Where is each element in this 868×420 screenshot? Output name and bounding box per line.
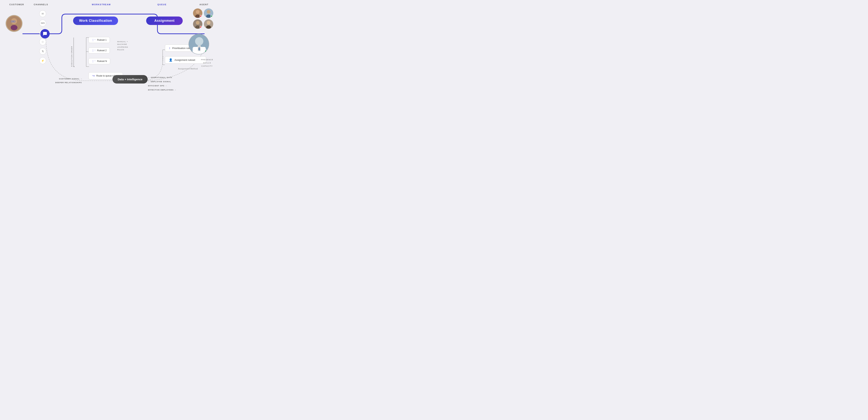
work-classification-pill[interactable]: Work Classification xyxy=(73,17,118,25)
agent-avatar-4 xyxy=(204,19,213,29)
ruleset-2-label: Ruleset 2 xyxy=(97,49,106,52)
execution-order-label: Execution order xyxy=(71,38,73,66)
svg-point-16 xyxy=(196,10,199,14)
main-agent-avatar xyxy=(188,34,209,54)
ruleset-1-label: Ruleset 1 xyxy=(97,39,106,41)
svg-point-19 xyxy=(207,10,211,14)
workstream-header-label: WORKSTREAM xyxy=(92,3,111,6)
operational-data-label: ← OPERATIONAL DATA xyxy=(148,77,172,79)
ruleset-n-icon: ⋮⁻ xyxy=(92,60,96,63)
messenger-channel-icon[interactable]: ⚡ xyxy=(39,57,46,64)
customer-signal-label: CUSTOMER SIGNAL → xyxy=(59,78,83,80)
chat-bubble-icon xyxy=(40,29,50,38)
ruleset-1-icon: ⋮⁻ xyxy=(92,38,96,41)
employee-signal-label: ← EMPLOYEE SIGNAL xyxy=(148,81,171,83)
svg-point-14 xyxy=(11,25,18,30)
customer-avatar xyxy=(6,15,23,32)
agent-avatar-1 xyxy=(193,8,203,18)
effective-employees-label: EFFECTIVE EMPLOYEES → xyxy=(148,89,176,91)
ruleset-n-label: Ruleset N xyxy=(97,60,107,62)
twitter-channel-icon[interactable]: 𝕏 xyxy=(39,48,46,55)
agent-avatar-3 xyxy=(193,19,203,29)
channels-header-label: CHANNELS xyxy=(34,3,48,6)
assignment-ruleset-label: Assignment ruleset xyxy=(175,59,195,61)
ruleset-1-box[interactable]: ⋮⁻ Ruleset 1 xyxy=(88,37,110,43)
diagram-container: CUSTOMER CHANNELS WORKSTREAM QUEUE AGENT… xyxy=(0,0,217,105)
route-icon: ↪ xyxy=(92,74,95,78)
assignment-icon: 👤 xyxy=(169,58,173,62)
svg-point-25 xyxy=(207,21,211,25)
capacity-label: CAPACITY xyxy=(201,64,213,68)
deeper-relationships-label: DEEPER RELATIONSHIPS xyxy=(55,82,82,84)
efficient-ops-label: EFFICIENT OPS → xyxy=(148,85,167,87)
queue-header-label: QUEUE xyxy=(157,3,166,6)
sms-channel-icon[interactable]: SMS xyxy=(39,20,46,26)
svg-point-10 xyxy=(11,18,17,24)
agent-3-status xyxy=(199,26,202,28)
svg-point-22 xyxy=(196,21,199,25)
assignment-method-label: Assignment Method xyxy=(178,67,198,70)
prioritisation-icon: ↕ xyxy=(169,46,170,50)
svg-point-28 xyxy=(195,37,203,46)
agent-avatars-grid xyxy=(193,8,213,29)
ruleset-2-box[interactable]: ⋮⁻ Ruleset 2 xyxy=(88,48,110,54)
social-channel-icon[interactable]: ⬡ xyxy=(39,38,46,45)
ruleset-n-box[interactable]: ⋮⁻ Ruleset N xyxy=(88,58,110,64)
skills-label: SKILLS xyxy=(201,61,213,64)
agent-header-label: AGENT xyxy=(199,3,209,6)
email-channel-icon[interactable]: ✉ xyxy=(39,10,46,17)
customer-header-label: CUSTOMER xyxy=(9,3,24,6)
ruleset-2-icon: ⋮⁻ xyxy=(92,49,96,52)
ml-rules-label: MANUAL + MACHINE LEARNING RULES xyxy=(117,40,128,51)
data-intelligence-pill[interactable]: Data + Intelligence xyxy=(113,75,148,84)
agent-2-status xyxy=(211,15,213,18)
assignment-pill[interactable]: Assignment xyxy=(146,17,183,25)
agent-attributes-label: PRESENCE SKILLS CAPACITY xyxy=(201,58,213,68)
assignment-ruleset-box[interactable]: 👤 Assignment ruleset xyxy=(165,56,206,64)
agent-avatar-2 xyxy=(204,8,213,18)
agent-1-status xyxy=(199,15,202,18)
main-agent-status xyxy=(205,50,208,53)
presence-label: PRESENCE xyxy=(201,58,213,61)
